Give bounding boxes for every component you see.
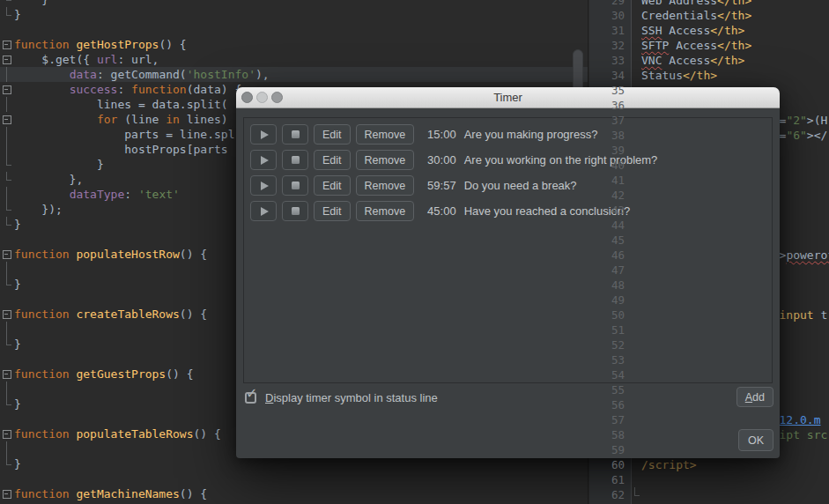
close-window-icon[interactable] bbox=[241, 92, 253, 103]
play-button[interactable] bbox=[250, 175, 277, 196]
play-icon bbox=[261, 207, 269, 216]
stop-icon bbox=[292, 182, 300, 189]
fold-marker-icon[interactable] bbox=[632, 487, 641, 502]
fold-collapse-icon[interactable] bbox=[0, 52, 14, 67]
add-button[interactable]: Add bbox=[736, 387, 773, 407]
code-line: 61 bbox=[589, 472, 829, 487]
line-number: 38 bbox=[589, 128, 632, 143]
remove-button[interactable]: Remove bbox=[356, 201, 415, 221]
fold-collapse-icon[interactable] bbox=[0, 486, 14, 501]
stop-button[interactable] bbox=[282, 150, 308, 170]
line-number: 50 bbox=[589, 308, 632, 322]
code-line: 62 bbox=[589, 487, 829, 502]
fold-collapse-icon[interactable] bbox=[0, 247, 14, 262]
line-number: 52 bbox=[589, 337, 632, 352]
timer-message: Are you making progress? bbox=[464, 128, 598, 141]
timer-time: 59:57 bbox=[427, 179, 456, 192]
fold-marker-icon bbox=[0, 441, 14, 456]
line-number: 61 bbox=[589, 472, 632, 487]
line-number: 30 bbox=[589, 8, 632, 23]
line-number: 53 bbox=[589, 352, 632, 367]
fold-marker-icon bbox=[0, 202, 14, 217]
fold-marker-icon bbox=[0, 7, 14, 22]
line-number: 56 bbox=[589, 397, 632, 412]
line-number: 46 bbox=[589, 248, 632, 263]
stop-button[interactable] bbox=[282, 201, 308, 221]
fold-collapse-icon[interactable] bbox=[0, 82, 14, 97]
code-line: $.get({ url: url, bbox=[0, 52, 588, 67]
display-symbol-checkbox-row[interactable]: ✓ Display timer symbol in status line bbox=[245, 388, 438, 408]
fold-marker-icon bbox=[0, 97, 14, 112]
play-icon bbox=[261, 156, 269, 165]
stop-button[interactable] bbox=[282, 175, 308, 196]
play-button[interactable] bbox=[250, 124, 277, 145]
line-number: 62 bbox=[589, 487, 632, 502]
play-icon bbox=[261, 130, 269, 139]
zoom-window-icon[interactable] bbox=[271, 92, 283, 103]
checkbox-checked-icon[interactable]: ✓ bbox=[245, 392, 256, 404]
checkbox-label: Display timer symbol in status line bbox=[265, 391, 438, 404]
remove-button[interactable]: Remove bbox=[356, 175, 415, 196]
edit-button[interactable]: Edit bbox=[314, 175, 351, 196]
line-number: 37 bbox=[589, 113, 632, 128]
code-line: 32SFTP Access</th> bbox=[589, 38, 829, 53]
remove-button[interactable]: Remove bbox=[356, 124, 415, 145]
code-line: 29Web Address</th> bbox=[589, 0, 829, 8]
code-line: data: getCommand('hostInfo'), bbox=[0, 67, 588, 82]
line-number: 45 bbox=[589, 233, 632, 248]
line-number: 51 bbox=[589, 322, 632, 337]
timer-time: 45:00 bbox=[427, 204, 456, 218]
stop-icon bbox=[292, 156, 300, 164]
remove-button[interactable]: Remove bbox=[356, 150, 415, 170]
fold-gutter bbox=[0, 292, 14, 307]
fold-collapse-icon[interactable] bbox=[0, 37, 14, 52]
line-number: 57 bbox=[589, 412, 632, 427]
fold-marker-icon bbox=[0, 67, 14, 82]
dialog-titlebar[interactable]: Timer bbox=[236, 87, 780, 108]
line-number: 58 bbox=[589, 427, 632, 442]
fold-gutter bbox=[632, 53, 641, 68]
edit-button[interactable]: Edit bbox=[314, 201, 351, 221]
timer-row: EditRemove15:00Are you making progress? bbox=[244, 122, 772, 147]
fold-gutter bbox=[632, 68, 641, 83]
fold-collapse-icon[interactable] bbox=[0, 367, 14, 382]
line-number: 48 bbox=[589, 278, 632, 293]
code-line: } bbox=[0, 0, 588, 7]
timer-row: EditRemove59:57Do you need a break? bbox=[244, 173, 772, 198]
ide-window: }}function getHostProps() { $.get({ url:… bbox=[0, 0, 829, 504]
stop-icon bbox=[292, 207, 300, 215]
line-number: 36 bbox=[589, 98, 632, 113]
fold-marker-icon bbox=[0, 0, 14, 7]
edit-button[interactable]: Edit bbox=[314, 150, 351, 170]
line-number: 54 bbox=[589, 367, 632, 382]
line-number: 32 bbox=[589, 38, 632, 53]
fold-gutter bbox=[0, 22, 14, 37]
fold-collapse-icon[interactable] bbox=[0, 307, 14, 322]
timer-dialog: Timer EditRemove15:00Are you making prog… bbox=[236, 87, 780, 458]
line-number: 40 bbox=[589, 158, 632, 173]
fold-collapse-icon[interactable] bbox=[0, 426, 14, 441]
line-number: 42 bbox=[589, 188, 632, 203]
fold-marker-icon bbox=[0, 456, 14, 471]
stop-button[interactable] bbox=[282, 124, 308, 145]
fold-collapse-icon[interactable] bbox=[0, 112, 14, 127]
timer-time: 15:00 bbox=[427, 128, 456, 141]
play-button[interactable] bbox=[250, 150, 277, 170]
fold-marker-icon bbox=[0, 337, 14, 352]
line-number: 55 bbox=[589, 382, 632, 397]
play-button[interactable] bbox=[250, 201, 277, 221]
stop-icon bbox=[292, 130, 300, 138]
timer-row: EditRemove30:00Are you working on the ri… bbox=[244, 147, 772, 173]
fold-marker-icon bbox=[0, 127, 14, 142]
line-number: 59 bbox=[589, 442, 632, 457]
ok-button[interactable]: OK bbox=[738, 429, 773, 451]
line-number: 49 bbox=[589, 293, 632, 308]
fold-gutter bbox=[632, 472, 641, 487]
fold-marker-icon bbox=[0, 382, 14, 397]
minimize-window-icon[interactable] bbox=[256, 92, 268, 103]
fold-gutter bbox=[632, 38, 641, 53]
fold-marker-icon bbox=[0, 157, 14, 172]
code-line: } bbox=[0, 7, 588, 22]
line-number: 41 bbox=[589, 173, 632, 188]
edit-button[interactable]: Edit bbox=[314, 124, 351, 145]
